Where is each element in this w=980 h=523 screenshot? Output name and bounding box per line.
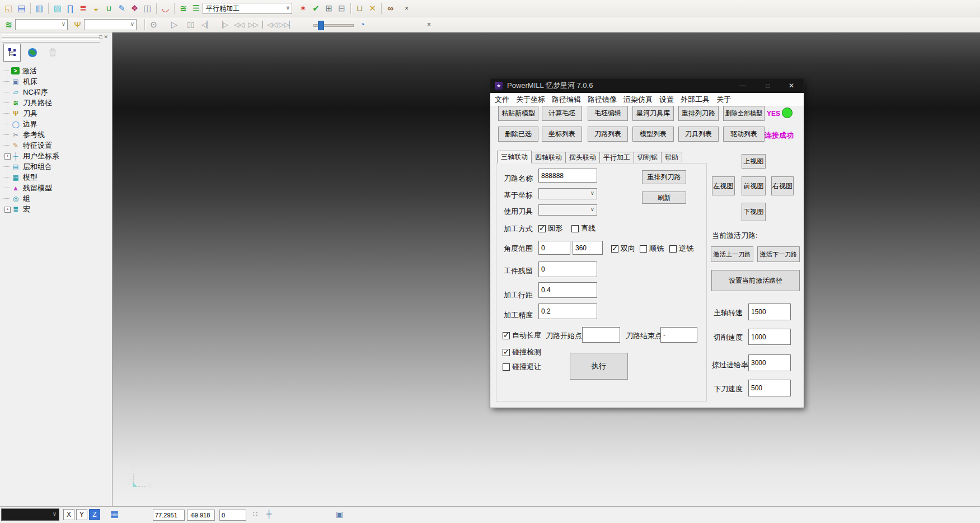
collision-avoid-checkbox-row[interactable]: 碰撞避让 — [503, 362, 541, 372]
block-icon[interactable]: ▧ — [51, 2, 64, 15]
lamp-icon[interactable]: ⊙ — [147, 18, 160, 31]
leads-links-icon[interactable]: ∪ — [102, 2, 115, 15]
save-project-icon[interactable]: ▤ — [15, 2, 28, 15]
cursor-y-field[interactable]: -69.918 — [187, 510, 215, 521]
circle-checkbox-row[interactable]: 圆形 — [538, 223, 562, 234]
tab-help[interactable]: 帮助 — [661, 152, 682, 164]
drive-list-button[interactable]: 驱动列表 — [723, 127, 765, 142]
delete-all-models-button[interactable]: 删除全部模型 — [723, 106, 765, 121]
dialog-titlebar[interactable]: ★ PowerMILL 忆梦星河 7.0.6 — [490, 78, 804, 93]
menu-coordinates[interactable]: 关于坐标 — [513, 95, 548, 105]
execute-button[interactable]: 执行 — [570, 353, 628, 380]
pages-icon[interactable]: ▣ — [336, 510, 343, 519]
minimize-icon[interactable]: — — [737, 78, 749, 93]
rewind-icon[interactable]: ◁◁ — [233, 18, 246, 31]
binoculars-icon[interactable]: ∞ — [384, 2, 397, 15]
step-back-icon[interactable]: ◁▏ — [200, 18, 213, 31]
collision-check-checkbox-row[interactable]: 碰撞检测 — [503, 347, 541, 357]
expand-icon[interactable]: + — [4, 207, 11, 213]
skip-to-start-icon[interactable]: ▏◁◁ — [262, 18, 278, 31]
panel-grip[interactable] — [2, 39, 100, 43]
simulation-toolpath-combobox[interactable]: ∨ — [15, 19, 68, 30]
view-right-button[interactable]: 右视图 — [771, 176, 794, 195]
use-tool-combobox[interactable]: ∨ — [538, 204, 597, 216]
auto-length-checkbox[interactable] — [503, 332, 510, 339]
rearrange-toolpaths-button[interactable]: 重排列刀路 — [678, 106, 719, 121]
tree-item-machine-tool[interactable]: ▣ 机床 — [3, 76, 110, 87]
climb-mill-checkbox-row[interactable]: 顺铣 — [640, 244, 664, 254]
panel-grip[interactable] — [2, 34, 100, 38]
collision-avoid-checkbox[interactable] — [503, 363, 510, 371]
cursor-x-field[interactable]: 77.2951 — [153, 510, 185, 521]
bidirectional-checkbox[interactable] — [611, 245, 618, 253]
play-icon[interactable]: ▷ — [168, 18, 181, 31]
axis-x-button[interactable]: X — [63, 509, 74, 520]
collision-check-icon[interactable]: ◡ — [159, 2, 172, 15]
snap-grid-icon[interactable]: ∷ — [253, 510, 257, 518]
tree-item-groups[interactable]: ◎ 组 — [3, 193, 110, 204]
toolbar-close-button[interactable]: × — [400, 2, 413, 15]
paste-new-model-button[interactable]: 粘贴新模型 — [498, 106, 538, 121]
view-bottom-button[interactable]: 下视图 — [742, 203, 766, 221]
conventional-mill-checkbox[interactable] — [669, 245, 677, 253]
step-forward-icon[interactable]: ▕▷ — [217, 18, 229, 31]
climb-mill-checkbox[interactable] — [640, 245, 647, 253]
maximize-icon[interactable]: □ — [762, 78, 774, 93]
tree-item-tools[interactable]: Ψ 刀具 — [3, 108, 110, 119]
menu-path-edit[interactable]: 路径编辑 — [548, 95, 584, 105]
view-front-button[interactable]: 前视图 — [742, 176, 766, 195]
conventional-mill-checkbox-row[interactable]: 逆铣 — [669, 244, 693, 254]
tree-item-levels-sets[interactable]: ▤ 层和组合 — [3, 161, 110, 172]
tool-holder-icon[interactable]: ⊔ — [353, 2, 366, 15]
fast-forward-icon[interactable]: ▷▷ — [247, 18, 260, 31]
expand-icon[interactable]: + — [4, 153, 11, 160]
circle-checkbox[interactable] — [538, 225, 546, 232]
skip-to-end-icon[interactable]: ▷▷▏ — [279, 18, 294, 31]
tool-swap-icon[interactable]: ✕ — [366, 2, 379, 15]
bidirectional-checkbox-row[interactable]: 双向 — [611, 244, 635, 254]
tree-item-toolpaths[interactable]: ≋ 刀具路径 — [3, 97, 110, 108]
toolpath-invalid-icon[interactable]: ✶ — [297, 2, 310, 15]
toolpath-verify-icon[interactable]: ✔ — [310, 2, 322, 15]
base-coordinate-combobox[interactable]: ∨ — [538, 188, 597, 199]
stock-remain-input[interactable]: 0 — [538, 262, 597, 277]
toolpath-list-icon[interactable]: ☰ — [190, 2, 203, 15]
menu-path-mirror[interactable]: 路径镜像 — [584, 95, 620, 105]
menu-file[interactable]: 文件 — [491, 95, 513, 105]
toolpath-list-button[interactable]: 刀路列表 — [588, 127, 628, 142]
start-point-input[interactable] — [582, 327, 620, 343]
cursor-z-field[interactable]: 0 — [219, 510, 246, 521]
tab-3axis[interactable]: 三轴联动 — [497, 151, 532, 164]
speed-clock-icon[interactable]: ◔ — [356, 18, 369, 31]
set-active-path-button[interactable]: 设置当前激活路径 — [711, 270, 800, 291]
open-project-icon[interactable]: ◱ — [2, 2, 15, 15]
viewport-canvas[interactable]: Y Z X ★ PowerMILL 忆梦星河 7.0.6 — □ ✕ 文件 关于… — [112, 32, 980, 506]
grid-icon[interactable]: ▦ — [110, 508, 119, 519]
angle-to-input[interactable]: 360 — [573, 241, 603, 255]
tab-explorer-tree[interactable] — [3, 44, 21, 62]
pattern-points-icon[interactable]: ❖ — [128, 2, 141, 15]
axis-z-button[interactable]: Z — [89, 509, 100, 520]
block-edit-button[interactable]: 毛坯编辑 — [588, 106, 628, 121]
activate-prev-toolpath-button[interactable]: 激活上一刀路 — [711, 246, 753, 262]
simulation-speed-slider[interactable] — [313, 20, 354, 29]
feeds-speeds-icon[interactable]: ≣ — [77, 2, 90, 15]
end-point-input[interactable]: - — [660, 327, 697, 343]
refresh-button[interactable]: 刷新 — [642, 192, 686, 204]
view-top-button[interactable]: 上视图 — [742, 154, 766, 169]
axis-y-button[interactable]: Y — [76, 509, 87, 520]
close-icon[interactable]: ✕ — [785, 78, 798, 93]
pause-icon[interactable]: ▯▯ — [184, 18, 197, 31]
menu-settings[interactable]: 设置 — [656, 95, 677, 105]
slider-handle[interactable] — [318, 21, 324, 30]
ruler-icon[interactable]: ⊟ — [335, 2, 348, 15]
menu-about[interactable]: 关于 — [713, 95, 734, 105]
tree-item-feature-sets[interactable]: ✎ 特征设置 — [3, 140, 110, 151]
tab-4axis[interactable]: 四轴联动 — [531, 152, 566, 164]
print-icon[interactable]: ▥ — [33, 2, 46, 15]
menu-render-simulate[interactable]: 渲染仿真 — [620, 95, 656, 105]
collision-check-checkbox[interactable] — [503, 349, 510, 356]
tree-item-patterns[interactable]: ✂ 参考线 — [3, 129, 110, 140]
tool-list-button[interactable]: 刀具列表 — [678, 127, 719, 142]
workplane-cross-icon[interactable]: ┼ — [266, 510, 271, 518]
